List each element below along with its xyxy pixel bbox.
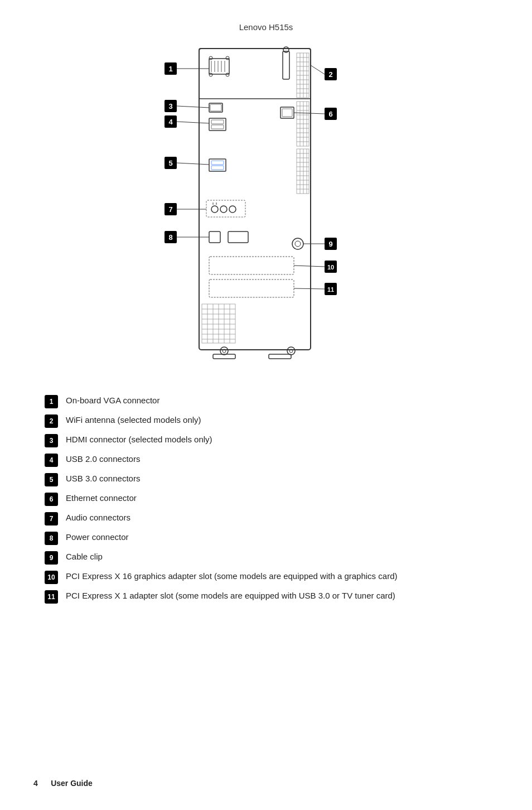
- legend-text-3: HDMI connector (selected models only): [66, 433, 212, 445]
- legend-badge-11: 11: [45, 590, 58, 604]
- svg-rect-56: [209, 232, 220, 243]
- footer-label: User Guide: [51, 779, 93, 788]
- legend-badge-9: 9: [45, 551, 58, 565]
- svg-point-71: [292, 238, 303, 249]
- legend-badge-8: 8: [45, 532, 58, 545]
- legend-text-8: Power connector: [66, 531, 129, 543]
- svg-rect-2: [209, 59, 229, 74]
- svg-rect-74: [209, 279, 294, 297]
- svg-text:1: 1: [168, 65, 172, 73]
- legend-text-9: Cable clip: [66, 551, 103, 562]
- legend-item-9: 9Cable clip: [45, 551, 487, 565]
- svg-rect-0: [199, 49, 311, 350]
- diagram-container: 1 2 3 4 5 6: [33, 37, 499, 372]
- legend-badge-4: 4: [45, 454, 58, 467]
- legend-item-7: 7Audio connectors: [45, 512, 487, 525]
- footer-page-num: 4: [33, 779, 38, 788]
- diagram-title: Lenovo H515s: [33, 22, 499, 32]
- svg-rect-57: [228, 232, 248, 243]
- svg-text:4: 4: [168, 118, 173, 126]
- legend-list: 1On-board VGA connector2WiFi antenna (se…: [33, 394, 499, 604]
- legend-item-3: 3HDMI connector (selected models only): [45, 433, 487, 447]
- legend-badge-10: 10: [45, 571, 58, 584]
- svg-text:5: 5: [168, 159, 172, 167]
- svg-line-126: [294, 288, 325, 289]
- legend-text-5: USB 3.0 connectors: [66, 472, 140, 484]
- svg-rect-55: [206, 200, 245, 217]
- legend-text-7: Audio connectors: [66, 512, 130, 523]
- svg-text:6: 6: [328, 110, 332, 118]
- legend-text-4: USB 2.0 connectors: [66, 453, 140, 465]
- legend-badge-2: 2: [45, 414, 58, 428]
- svg-line-105: [177, 122, 209, 123]
- legend-badge-1: 1: [45, 395, 58, 408]
- legend-item-10: 10PCI Express X 16 graphics adapter slot…: [45, 570, 487, 584]
- svg-point-50: [211, 206, 218, 213]
- svg-rect-12: [283, 51, 289, 79]
- svg-point-51: [220, 206, 227, 213]
- legend-text-11: PCI Express X 1 adapter slot (some model…: [66, 590, 395, 601]
- legend-item-5: 5USB 3.0 connectors: [45, 472, 487, 486]
- svg-line-111: [294, 113, 325, 114]
- legend-item-4: 4USB 2.0 connectors: [45, 453, 487, 467]
- svg-point-9: [226, 56, 229, 60]
- svg-rect-31: [211, 125, 224, 129]
- svg-point-72: [295, 241, 301, 247]
- svg-text:3: 3: [168, 102, 172, 110]
- svg-rect-28: [210, 104, 221, 111]
- legend-item-2: 2WiFi antenna (selected models only): [45, 414, 487, 428]
- svg-rect-49: [211, 166, 224, 170]
- svg-point-88: [220, 347, 228, 355]
- legend-badge-6: 6: [45, 493, 58, 506]
- svg-text:9: 9: [328, 240, 332, 248]
- svg-text:11: 11: [327, 286, 334, 293]
- svg-line-102: [177, 106, 209, 108]
- svg-line-99: [311, 65, 325, 74]
- legend-item-6: 6Ethernet connector: [45, 492, 487, 506]
- svg-rect-48: [211, 161, 224, 165]
- footer: 4 User Guide: [33, 779, 93, 788]
- svg-text:2: 2: [328, 70, 332, 79]
- svg-point-8: [209, 56, 212, 60]
- svg-text:10: 10: [327, 264, 334, 271]
- svg-rect-30: [211, 120, 224, 124]
- svg-point-90: [287, 347, 295, 355]
- svg-point-10: [209, 73, 212, 76]
- legend-item-8: 8Power connector: [45, 531, 487, 545]
- legend-item-11: 11PCI Express X 1 adapter slot (some mod…: [45, 590, 487, 604]
- legend-badge-7: 7: [45, 512, 58, 525]
- svg-text:8: 8: [168, 233, 172, 242]
- svg-point-52: [229, 206, 236, 213]
- legend-text-6: Ethernet connector: [66, 492, 137, 504]
- svg-rect-46: [282, 109, 292, 117]
- svg-text:7: 7: [168, 205, 172, 214]
- svg-line-123: [294, 266, 325, 267]
- legend-item-1: 1On-board VGA connector: [45, 394, 487, 408]
- legend-text-2: WiFi antenna (selected models only): [66, 414, 201, 426]
- legend-badge-5: 5: [45, 473, 58, 486]
- svg-point-11: [226, 73, 229, 76]
- legend-text-1: On-board VGA connector: [66, 394, 159, 406]
- svg-rect-73: [209, 257, 294, 274]
- svg-line-108: [177, 163, 209, 165]
- svg-rect-93: [269, 354, 291, 359]
- svg-rect-1: [199, 49, 311, 99]
- legend-badge-3: 3: [45, 434, 58, 447]
- legend-text-10: PCI Express X 16 graphics adapter slot (…: [66, 570, 397, 582]
- computer-diagram: 1 2 3 4 5 6: [127, 37, 405, 372]
